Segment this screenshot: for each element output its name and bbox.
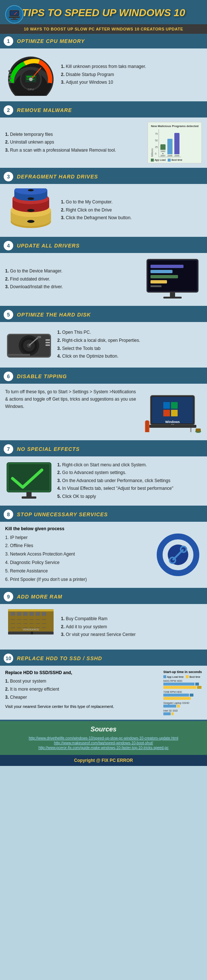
section-2-title: REMOVE MALWARE (17, 107, 72, 113)
chart-legend-row: Millions 75 50 25 0 1992to2007 2008 (151, 129, 199, 157)
svg-text:VENGEANCE: VENGEANCE (23, 628, 39, 631)
legend-boot-label: Boot time (189, 676, 201, 678)
gear-container (154, 531, 202, 579)
section-3: 3 DEFRAGMENT HARD DRIVES (0, 169, 207, 237)
section-4-number: 4 (4, 241, 13, 250)
bar-label-2: 2008 (167, 154, 172, 157)
bar-ssd-640g (195, 682, 199, 686)
svg-rect-120 (42, 612, 46, 616)
section-2-number: 2 (4, 105, 13, 115)
svg-rect-54 (46, 342, 50, 343)
section-5-title: OPTIMIZE THE HARD DISK (17, 312, 91, 318)
section-4-steps: Go to the Device Manager. Find outdated … (5, 267, 139, 291)
monitor-svg (143, 258, 202, 301)
svg-rect-2 (10, 11, 18, 16)
section-8-intro: Kill the below given process (5, 526, 150, 531)
benefit-3: Cheaper (5, 694, 160, 702)
svg-point-34 (27, 197, 34, 200)
step-5-4: Click on the Optimize button. (57, 353, 140, 361)
footer-text: Copyright @ FIX PC ERROR (74, 758, 133, 763)
section-10: 10 REPLACE HDD TO SSD / SSHD Replace HDD… (0, 651, 207, 720)
checkmark-monitor (5, 461, 53, 501)
ssd-chart-legend: App Load time Boot time (163, 675, 202, 678)
ram-illustration: VENGEANCE (5, 608, 57, 645)
section-3-number: 3 (4, 172, 13, 181)
section-1-body: CPU Kill unknown process from taks manag… (0, 48, 207, 101)
svg-rect-19 (8, 78, 11, 79)
gear-svg (154, 531, 202, 579)
svg-rect-117 (23, 612, 27, 616)
section-3-body: Go to the My Computer. Right Click on th… (0, 184, 207, 237)
source-link-3[interactable]: http://www.pceror-fix.com/guide-make-win… (7, 746, 200, 750)
svg-rect-40 (150, 275, 178, 278)
bar-ssd-icon-intel (171, 712, 174, 715)
step-9-1: Buy Compatible Ram (61, 615, 135, 623)
section-2-body: Delete temporary files Uninstall unknwn … (0, 118, 207, 168)
svg-rect-6 (11, 19, 18, 20)
bar-group-3: 2009 (174, 129, 180, 157)
svg-rect-56 (8, 354, 30, 356)
section-5-header: 5 OPTIMIZE THE HARD DISK (0, 307, 207, 322)
section-9: 9 ADD MORE RAM (0, 589, 207, 649)
bar-app-intel (163, 712, 171, 715)
bar-app-sshd (163, 705, 176, 708)
bar-group-2: 2008 (167, 129, 172, 157)
section-6-text-area: To turn off these tips, go to Start > Se… (5, 388, 139, 410)
section-2-header: 2 REMOVE MALWARE (0, 103, 207, 118)
legend-app-label: App Load time (167, 676, 183, 678)
step-4-3: Download/Install the driver. (5, 283, 139, 291)
section-7: 7 NO SPECIAL EFFECTS Right-click on Star… (0, 442, 207, 506)
section-10-benefits: Boost your system It is more energy effi… (5, 678, 160, 701)
section-4: 4 UPDATE ALL DRIVERS Go to the Device Ma… (0, 238, 207, 306)
bar-label-640g: 640G RPM HDD (163, 680, 202, 682)
step-2-3: Run a scan with a professional Malware R… (5, 146, 143, 154)
legend-dot-1 (151, 159, 154, 162)
ssd-bar-intel: Intel 32 SSD (163, 710, 202, 715)
legend-app-dot (163, 675, 166, 678)
legend-label-2: Boot time (171, 159, 182, 161)
monitor-container (143, 258, 202, 301)
section-1: 1 OPTIMIZE CPU MEMORY (0, 34, 207, 101)
svg-point-35 (28, 189, 34, 191)
svg-rect-44 (163, 297, 182, 299)
section-6-text: To turn off these tips, go to Start > Se… (5, 388, 139, 410)
bar-row-intel (163, 712, 202, 715)
section-5: 5 OPTIMIZE THE HARD DISK (0, 307, 207, 368)
bar-fill-3 (174, 133, 180, 154)
section-3-header: 3 DEFRAGMENT HARD DRIVES (0, 169, 207, 184)
svg-rect-79 (175, 571, 181, 576)
footer: Copyright @ FIX PC ERROR (0, 755, 207, 766)
section-3-steps: Go to the My Computer. Right Click on th… (61, 198, 132, 222)
svg-point-16 (29, 78, 33, 81)
sources-title: Sources (7, 725, 200, 733)
source-link-2[interactable]: http://www.makeuseof.com/tag/speed-windo… (7, 741, 200, 745)
subtitle-text: 10 WAYS TO BOOST UP SLOW PC AFTER WINDOW… (24, 27, 183, 31)
step-5-3: Select the Tools tab (57, 345, 140, 353)
section-8-number: 8 (4, 510, 13, 519)
section-4-body: Go to the Device Manager. Find outdated … (0, 253, 207, 306)
step-3-3: Click the Defragment Now button. (61, 214, 132, 222)
section-10-header: 10 REPLACE HDD TO SSD / SSHD (0, 651, 207, 666)
legend-boot-dot (186, 675, 189, 678)
section-8-body: Kill the below given process IP helper O… (0, 522, 207, 588)
step-7-2: Go to Advanced system settings. (57, 469, 173, 477)
section-10-title: REPLACE HDD TO SSD / SSHD (17, 655, 102, 661)
svg-rect-75 (26, 492, 32, 496)
svg-rect-123 (31, 632, 33, 635)
step-7-5: Click OK to apply (57, 493, 173, 501)
svg-rect-53 (46, 339, 50, 341)
bar-boot-640g (163, 686, 196, 689)
svg-rect-41 (150, 280, 167, 283)
section-9-number: 9 (4, 592, 13, 601)
svg-rect-55 (46, 344, 50, 346)
step-1-1: Kill unknown process from taks manager. (61, 63, 146, 71)
section-2: 2 REMOVE MALWARE Delete temporary files … (0, 103, 207, 168)
ram-svg: VENGEANCE (5, 608, 57, 645)
bar-fill-2 (167, 139, 172, 154)
bar-app-640g (163, 682, 194, 686)
section-10-outro: Visit your nearest Service center for th… (5, 704, 160, 709)
section-7-title: NO SPECIAL EFFECTS (17, 446, 80, 452)
main-title: TIPS TO SPEED UP WINDOWS 10 (7, 6, 200, 19)
source-link-1[interactable]: http://www.drivethelife.com/windows-10/s… (7, 736, 200, 740)
service-5: Remote Assistance (5, 567, 150, 575)
